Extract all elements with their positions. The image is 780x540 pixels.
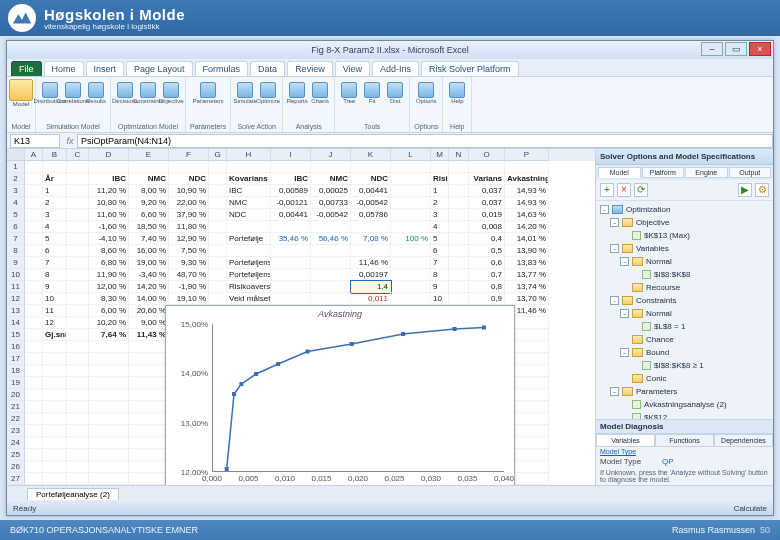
pane-add-icon[interactable]: + [600, 183, 614, 197]
cell[interactable] [89, 341, 129, 353]
cell[interactable] [67, 161, 89, 173]
cell[interactable]: 7,64 % [89, 329, 129, 341]
cell[interactable]: 10,20 % [89, 317, 129, 329]
row-header[interactable]: 3 [7, 185, 25, 197]
row-header[interactable]: 18 [7, 365, 25, 377]
ribbon-cmd-constraints[interactable]: Constraints [138, 79, 158, 107]
cell[interactable] [25, 413, 43, 425]
cell[interactable]: 13,77 % [505, 269, 549, 281]
row-header[interactable]: 16 [7, 341, 25, 353]
tree-node[interactable]: -Constraints [598, 294, 771, 307]
cell[interactable] [311, 221, 351, 233]
cell[interactable] [67, 389, 89, 401]
cell[interactable] [129, 365, 169, 377]
cell[interactable] [129, 389, 169, 401]
pane-tab-output[interactable]: Output [729, 167, 772, 178]
cell[interactable]: Porteføljens varians [227, 269, 271, 281]
cell[interactable]: 7,08 % [351, 233, 391, 245]
cell[interactable] [209, 281, 227, 293]
cell[interactable] [209, 161, 227, 173]
cell[interactable] [449, 161, 469, 173]
model-type-link[interactable]: Model Type [600, 448, 636, 455]
cell[interactable] [469, 161, 505, 173]
cell[interactable] [25, 269, 43, 281]
cell[interactable] [311, 257, 351, 269]
cell[interactable] [351, 221, 391, 233]
ribbon-cmd-reports[interactable]: Reports [287, 79, 307, 107]
column-header[interactable]: I [271, 149, 311, 161]
ribbon-cmd-dist[interactable]: Dist [385, 79, 405, 107]
cell[interactable] [25, 365, 43, 377]
tree-node[interactable]: -Objective [598, 216, 771, 229]
cell[interactable]: 14,20 % [129, 281, 169, 293]
cell[interactable]: 13,90 % [505, 245, 549, 257]
cell[interactable]: 14,63 % [505, 209, 549, 221]
cell[interactable] [449, 221, 469, 233]
cell[interactable] [67, 257, 89, 269]
ribbon-cmd-tree[interactable]: Tree [339, 79, 359, 107]
cell[interactable]: 9 [43, 281, 67, 293]
cell[interactable] [449, 185, 469, 197]
tree-node[interactable]: Conic [598, 372, 771, 385]
cell[interactable] [129, 425, 169, 437]
cell[interactable]: 6 [43, 245, 67, 257]
cell[interactable] [129, 341, 169, 353]
cell[interactable] [129, 461, 169, 473]
cell[interactable] [25, 401, 43, 413]
cell[interactable]: NMC [311, 173, 351, 185]
cell[interactable] [89, 161, 129, 173]
cell[interactable] [25, 221, 43, 233]
row-header[interactable]: 11 [7, 281, 25, 293]
cell[interactable]: 7 [43, 257, 67, 269]
sheet-tab[interactable]: Porteføljeanalyse (2) [27, 488, 119, 500]
cell[interactable] [67, 377, 89, 389]
formula-input[interactable]: PsiOptParam(N4:N14) [77, 134, 773, 148]
tree-node[interactable]: $I$8:$K$8 ≥ 1 [598, 359, 771, 372]
cell[interactable] [25, 161, 43, 173]
cell[interactable]: 14,20 % [505, 221, 549, 233]
cell[interactable]: -0,00542 [311, 209, 351, 221]
cell[interactable] [25, 449, 43, 461]
cell[interactable] [449, 257, 469, 269]
row-header[interactable]: 10 [7, 269, 25, 281]
cell[interactable]: 12,90 % [169, 233, 209, 245]
cell[interactable] [311, 281, 351, 293]
row-header[interactable]: 19 [7, 377, 25, 389]
column-header[interactable]: M [431, 149, 449, 161]
cell[interactable] [129, 449, 169, 461]
ribbon-cmd-parameters[interactable]: Parameters [198, 79, 218, 107]
cell[interactable]: 4 [43, 221, 67, 233]
cell[interactable] [129, 401, 169, 413]
cell[interactable]: 0,019 [469, 209, 505, 221]
tree-node[interactable]: $I$8:$K$8 [598, 268, 771, 281]
cell[interactable]: 13,74 % [505, 281, 549, 293]
cell[interactable]: 19,00 % [129, 257, 169, 269]
ribbon-tab-file[interactable]: File [11, 61, 42, 76]
cell[interactable] [271, 245, 311, 257]
cell[interactable] [89, 377, 129, 389]
cell[interactable] [449, 245, 469, 257]
cell[interactable] [67, 413, 89, 425]
cell[interactable]: NDC [169, 173, 209, 185]
cell[interactable] [391, 269, 431, 281]
cell[interactable]: 0,037 [469, 185, 505, 197]
cell[interactable] [43, 353, 67, 365]
fx-icon[interactable]: fx [63, 136, 77, 146]
cell[interactable]: 22,00 % [169, 197, 209, 209]
cell[interactable]: 14,00 % [129, 293, 169, 305]
cell[interactable] [67, 173, 89, 185]
tree-twisty-icon[interactable]: - [620, 309, 629, 318]
row-header[interactable]: 12 [7, 293, 25, 305]
cell[interactable] [449, 281, 469, 293]
cell[interactable]: 11,60 % [89, 209, 129, 221]
close-button[interactable]: × [749, 42, 771, 56]
cell[interactable]: 16,00 % [129, 245, 169, 257]
diag-tab-functions[interactable]: Functions [655, 434, 714, 447]
cell[interactable]: 1,4 [351, 281, 391, 293]
row-header[interactable]: 21 [7, 401, 25, 413]
cell[interactable]: 11,80 % [169, 221, 209, 233]
cell[interactable] [391, 197, 431, 209]
row-header[interactable]: 2 [7, 173, 25, 185]
cell[interactable] [89, 353, 129, 365]
cell[interactable]: 0,00733 [311, 197, 351, 209]
